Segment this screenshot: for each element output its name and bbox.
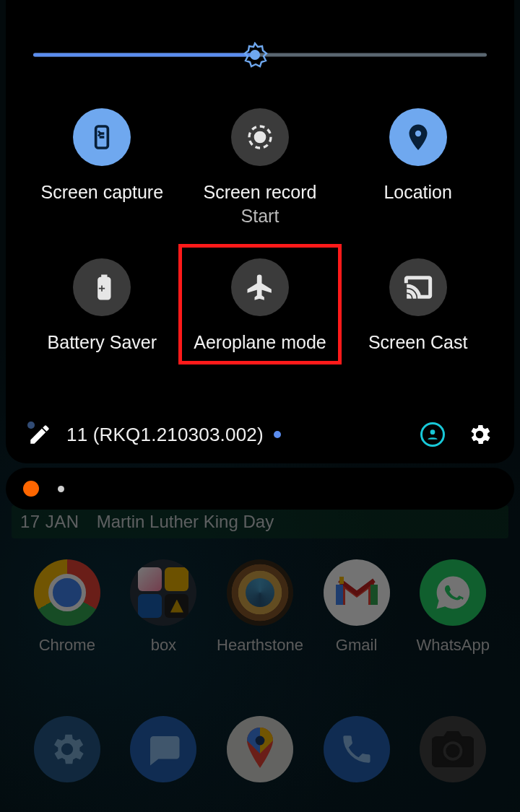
svg-point-6 [430,429,436,435]
svg-point-2 [250,50,260,60]
brightness-thumb-icon[interactable] [242,42,268,68]
tile-label: Battery Saver [48,332,157,353]
cast-icon [389,258,447,316]
highlight-box [178,244,342,364]
tile-label: Screen capture [41,182,164,203]
tile-label: Screen Cast [368,332,468,353]
quick-settings-footer: 11 (RKQ1.210303.002) [27,422,493,448]
home-screen: 17 JAN Martin Luther King Day Chrome box… [0,0,520,812]
user-icon [425,427,440,442]
battery-saver-icon [73,258,131,316]
recording-indicator-icon [23,481,39,497]
quick-tiles-grid: Screen capture Screen record Start Locat… [23,108,497,353]
location-icon [389,108,447,166]
brightness-slider[interactable] [23,45,497,65]
brightness-fill [33,53,255,57]
user-account-button[interactable] [420,422,445,447]
tile-screen-record[interactable]: Screen record Start [181,108,339,227]
quick-settings-panel: Screen capture Screen record Start Locat… [6,0,514,463]
tile-location[interactable]: Location [339,108,497,227]
tile-screen-cast[interactable]: Screen Cast [339,258,497,353]
notification-media-bar[interactable] [6,468,514,510]
os-version: 11 (RKQ1.210303.002) [66,424,264,446]
tile-sublabel: Start [241,206,280,227]
tile-label: Screen record [203,182,316,203]
notification-dot [58,486,64,492]
page-indicator[interactable] [274,431,281,438]
settings-icon[interactable] [467,422,493,448]
svg-point-5 [254,132,265,143]
page-dot-active [274,431,281,438]
screen-capture-icon [73,108,131,166]
tile-battery-saver[interactable]: Battery Saver [23,258,181,353]
screen-record-icon [231,108,289,166]
tile-aeroplane-mode[interactable]: Aeroplane mode [181,258,339,353]
tile-screen-capture[interactable]: Screen capture [23,108,181,227]
tile-label: Location [384,182,452,203]
page-dot [27,422,35,429]
